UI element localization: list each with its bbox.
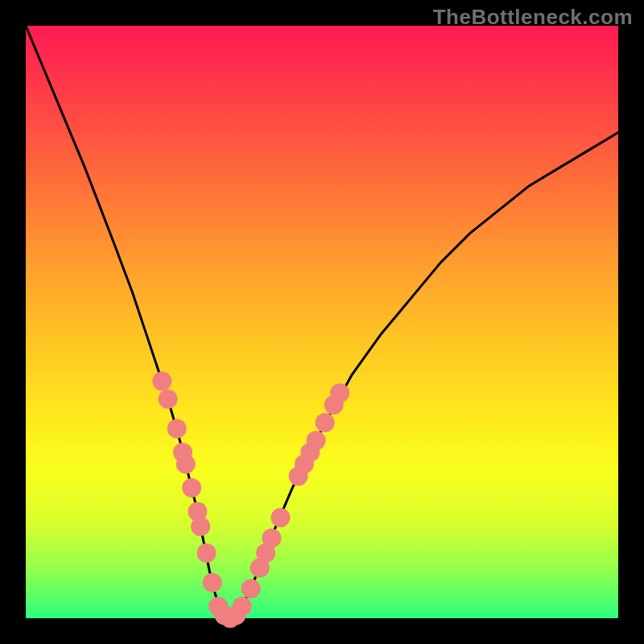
curve-marker <box>262 529 281 548</box>
bottleneck-curve <box>26 26 618 618</box>
curve-marker <box>167 419 187 439</box>
curve-marker <box>330 383 349 402</box>
curve-marker <box>316 413 335 432</box>
curve-marker <box>176 455 196 474</box>
curve-marker <box>233 597 252 616</box>
curve-marker <box>197 543 217 563</box>
curve-marker <box>152 372 171 391</box>
chart-frame: TheBottleneck.com <box>0 0 644 644</box>
curve-marker <box>159 390 178 409</box>
curve-marker <box>271 508 291 527</box>
curve-marker <box>182 478 201 497</box>
curve-marker <box>307 431 326 450</box>
chart-overlay <box>0 0 644 644</box>
curve-marker <box>242 579 261 598</box>
curve-marker <box>191 517 210 536</box>
curve-marker <box>203 573 222 592</box>
